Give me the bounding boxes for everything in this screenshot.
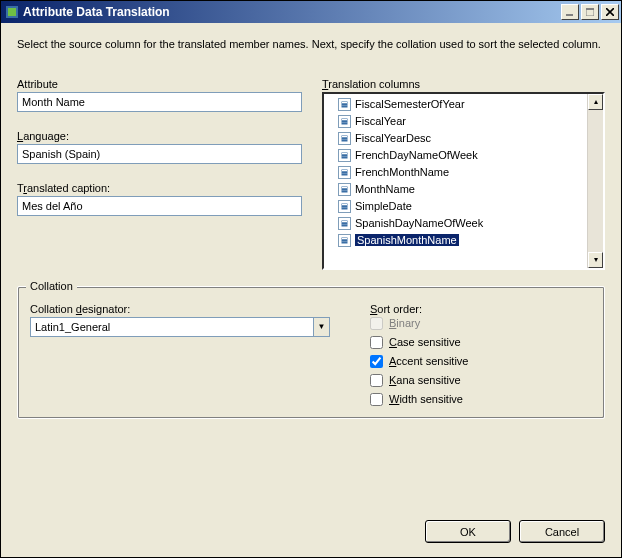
ok-button[interactable]: OK [425, 520, 511, 543]
minimize-button[interactable] [561, 4, 579, 20]
dialog-footer: OK Cancel [1, 508, 621, 557]
right-column: Translation columns FiscalSemesterOfYear… [322, 78, 605, 270]
list-item-label: SpanishMonthName [355, 234, 459, 246]
translated-caption-field[interactable] [17, 196, 302, 216]
scroll-down-icon[interactable]: ▾ [588, 252, 603, 268]
column-icon [338, 149, 351, 162]
language-label: Language: [17, 130, 302, 142]
svg-rect-1 [8, 8, 16, 16]
collation-group: Collation Collation designator: ▼ Sort o… [17, 286, 605, 419]
binary-label: Binary [389, 317, 420, 329]
titlebar: Attribute Data Translation [1, 1, 621, 23]
column-icon [338, 166, 351, 179]
translation-columns-list[interactable]: FiscalSemesterOfYearFiscalYearFiscalYear… [322, 92, 605, 270]
case-sensitive-checkbox[interactable]: Case sensitive [370, 336, 469, 349]
width-sensitive-label: Width sensitive [389, 393, 463, 405]
width-sensitive-input[interactable] [370, 393, 383, 406]
column-icon [338, 217, 351, 230]
list-item-label: MonthName [355, 183, 415, 195]
kana-sensitive-label: Kana sensitive [389, 374, 461, 386]
list-item[interactable]: FrenchMonthName [324, 164, 587, 181]
app-icon [5, 5, 19, 19]
list-item-label: SpanishDayNameOfWeek [355, 217, 483, 229]
case-sensitive-input[interactable] [370, 336, 383, 349]
binary-checkbox: Binary [370, 317, 469, 330]
list-item[interactable]: FiscalYearDesc [324, 130, 587, 147]
maximize-button[interactable] [581, 4, 599, 20]
list-item[interactable]: SpanishMonthName [324, 232, 587, 249]
left-column: Attribute Language: Translated caption: [17, 78, 302, 270]
collation-legend: Collation [26, 280, 77, 292]
list-item[interactable]: MonthName [324, 181, 587, 198]
column-icon [338, 183, 351, 196]
kana-sensitive-input[interactable] [370, 374, 383, 387]
column-icon [338, 98, 351, 111]
accent-sensitive-checkbox[interactable]: Accent sensitive [370, 355, 469, 368]
main-columns: Attribute Language: Translated caption: … [17, 78, 605, 270]
collation-designator-combo[interactable]: ▼ [30, 317, 330, 337]
list-item-label: FrenchMonthName [355, 166, 449, 178]
list-item[interactable]: SpanishDayNameOfWeek [324, 215, 587, 232]
attribute-label: Attribute [17, 78, 302, 90]
dialog-window: Attribute Data Translation Select the so… [0, 0, 622, 558]
list-item-label: FrenchDayNameOfWeek [355, 149, 478, 161]
column-icon [338, 200, 351, 213]
instruction-text: Select the source column for the transla… [17, 37, 605, 52]
translation-columns-label: Translation columns [322, 78, 605, 90]
svg-rect-4 [586, 8, 594, 10]
kana-sensitive-checkbox[interactable]: Kana sensitive [370, 374, 469, 387]
attribute-field[interactable] [17, 92, 302, 112]
column-icon [338, 115, 351, 128]
scroll-up-icon[interactable]: ▴ [588, 94, 603, 110]
svg-rect-2 [566, 14, 573, 16]
list-item[interactable]: FiscalYear [324, 113, 587, 130]
list-item[interactable]: FrenchDayNameOfWeek [324, 147, 587, 164]
collation-designator-label: Collation designator: [30, 303, 330, 315]
column-icon [338, 132, 351, 145]
list-item-label: FiscalSemesterOfYear [355, 98, 465, 110]
case-sensitive-label: Case sensitive [389, 336, 461, 348]
scroll-track[interactable] [588, 110, 603, 252]
list-scrollbar[interactable]: ▴ ▾ [587, 94, 603, 268]
binary-checkbox-input [370, 317, 383, 330]
collation-designator-value[interactable] [31, 318, 313, 336]
width-sensitive-checkbox[interactable]: Width sensitive [370, 393, 469, 406]
list-item[interactable]: FiscalSemesterOfYear [324, 96, 587, 113]
list-item-label: FiscalYearDesc [355, 132, 431, 144]
cancel-button[interactable]: Cancel [519, 520, 605, 543]
accent-sensitive-input[interactable] [370, 355, 383, 368]
sort-order-label: Sort order: [370, 303, 469, 315]
accent-sensitive-label: Accent sensitive [389, 355, 469, 367]
window-title: Attribute Data Translation [23, 5, 561, 19]
titlebar-buttons [561, 4, 619, 20]
language-field[interactable] [17, 144, 302, 164]
combo-dropdown-icon[interactable]: ▼ [313, 318, 329, 336]
list-item-label: FiscalYear [355, 115, 406, 127]
close-button[interactable] [601, 4, 619, 20]
column-icon [338, 234, 351, 247]
content-area: Select the source column for the transla… [1, 23, 621, 508]
list-item[interactable]: SimpleDate [324, 198, 587, 215]
translated-caption-label: Translated caption: [17, 182, 302, 194]
list-item-label: SimpleDate [355, 200, 412, 212]
